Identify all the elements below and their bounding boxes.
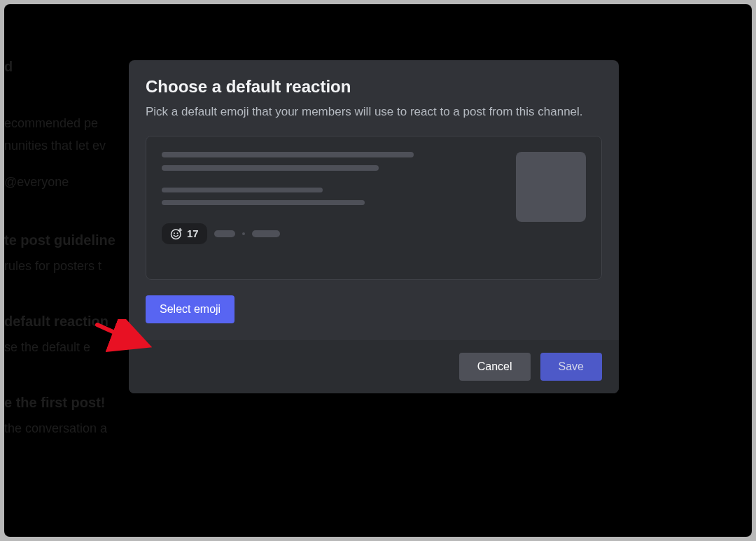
svg-point-0 [172, 230, 181, 239]
bg-text: default reaction [4, 314, 108, 330]
preview-skeleton [162, 152, 421, 205]
bg-text: se the default e [4, 340, 90, 355]
preview-thumbnail-placeholder [516, 152, 586, 222]
skeleton-line [162, 188, 323, 192]
reaction-count-value: 17 [187, 227, 199, 239]
add-reaction-emoji-icon [170, 227, 183, 240]
select-emoji-button[interactable]: Select emoji [146, 295, 234, 323]
modal-title: Choose a default reaction [146, 77, 602, 97]
skeleton-pill [214, 230, 235, 237]
modal-description: Pick a default emoji that your members w… [146, 104, 602, 120]
post-preview-card: 17 [146, 136, 602, 280]
reaction-count-pill: 17 [162, 223, 207, 244]
separator-dot [242, 232, 245, 235]
bg-text: the conversation a [4, 421, 107, 436]
cancel-button[interactable]: Cancel [459, 353, 531, 381]
bg-text: @everyone [4, 175, 69, 190]
save-button[interactable]: Save [540, 353, 602, 381]
bg-text: rules for posters t [4, 259, 102, 274]
app-window: d ecommended pe nunities that let ev @ev… [4, 4, 752, 537]
bg-text: te post guideline [4, 232, 115, 248]
skeleton-line [162, 165, 379, 171]
skeleton-line [162, 152, 414, 157]
bg-text: nunities that let ev [4, 139, 106, 153]
skeleton-line [162, 200, 365, 205]
reaction-row: 17 [162, 223, 586, 244]
default-reaction-modal: Choose a default reaction Pick a default… [129, 60, 619, 393]
modal-body: Choose a default reaction Pick a default… [129, 60, 619, 340]
svg-point-1 [174, 232, 175, 234]
modal-footer: Cancel Save [129, 340, 619, 393]
svg-point-2 [177, 232, 178, 234]
bg-text: ecommended pe [4, 116, 98, 131]
bg-text: d [4, 59, 13, 75]
skeleton-pill [252, 230, 280, 237]
bg-text: e the first post! [4, 395, 105, 411]
